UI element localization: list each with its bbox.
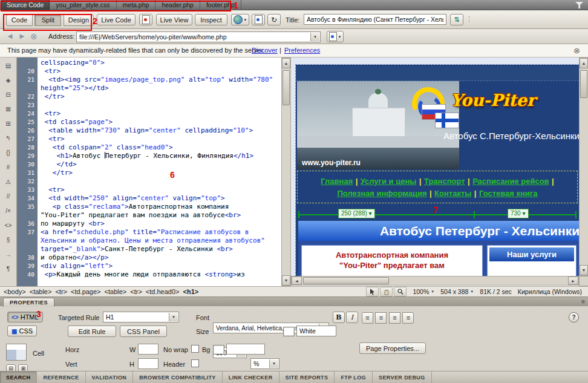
collapse-full-tag-icon[interactable]: ⊟: [2, 89, 15, 100]
results-tab-server-debug[interactable]: SERVER DEBUG: [373, 372, 432, 383]
code-line[interactable]: 37<a href="schedule.php" title="Расписан…: [17, 228, 281, 237]
recent-snippets-icon[interactable]: §: [2, 234, 15, 246]
nav-link[interactable]: Контакты: [434, 189, 471, 198]
targeted-rule-select[interactable]: H1 ▼: [103, 312, 179, 322]
css-panel-button[interactable]: CSS Panel: [120, 326, 167, 337]
scroll-left-button[interactable]: ◄: [292, 277, 302, 285]
select-parent-tag-icon[interactable]: ↰: [2, 133, 15, 144]
code-line[interactable]: 31 </tr>: [17, 169, 281, 177]
preview-in-browser-button[interactable]: ▼: [231, 14, 249, 25]
preferences-link[interactable]: Preferences: [284, 47, 320, 54]
view-options-button[interactable]: ▼: [327, 31, 344, 42]
scroll-right-button[interactable]: ►: [568, 277, 578, 285]
code-line[interactable]: 34 <td width="250" align="center" valign…: [17, 194, 281, 203]
code-line[interactable]: 26 <table width="730" align="center" cel…: [17, 126, 281, 135]
address-dropdown-arrow-icon[interactable]: ▼: [310, 33, 319, 41]
file-management-button[interactable]: ⇅: [450, 14, 463, 25]
code-line[interactable]: 25 <td class="page">: [17, 118, 281, 126]
code-line[interactable]: 30 </td>: [17, 160, 281, 169]
design-view-button[interactable]: Design: [64, 15, 94, 26]
tag-selector-item[interactable]: <body>: [4, 288, 26, 295]
page-properties-button[interactable]: Page Properties...: [359, 342, 426, 354]
scroll-up-button[interactable]: ▲: [580, 58, 588, 68]
line-numbers-icon[interactable]: #: [2, 162, 15, 173]
results-tab-reference[interactable]: REFERENCE: [37, 372, 85, 383]
code-line[interactable]: Хельсинки и обратно. Цены и места отправ…: [17, 237, 281, 245]
split-view-button[interactable]: Split: [34, 15, 61, 26]
dropdown-arrow-icon[interactable]: ▼: [269, 359, 278, 368]
align-center-button[interactable]: ≡: [375, 312, 387, 324]
tag-selector-item[interactable]: <td.page>: [71, 288, 101, 295]
text-color-input[interactable]: [296, 326, 336, 336]
highlight-invalid-code-icon[interactable]: ⚠: [2, 176, 15, 188]
code-line[interactable]: 35 <p class="reclama">Автотранспортная к…: [17, 203, 281, 211]
cell-width-input[interactable]: [138, 344, 158, 355]
related-file-tab-header[interactable]: header.php: [155, 0, 200, 10]
no-wrap-checkbox[interactable]: [191, 345, 199, 353]
scrollbar-thumb[interactable]: [580, 70, 587, 98]
results-tab-ftp-log[interactable]: FTP LOG: [335, 372, 373, 383]
header-checkbox[interactable]: [191, 359, 199, 367]
apply-comment-icon[interactable]: //: [2, 191, 15, 202]
code-navigator-icon[interactable]: ◈: [2, 74, 15, 86]
nav-link[interactable]: Транспорт: [424, 177, 465, 186]
code-line[interactable]: 23: [17, 101, 281, 110]
code-view-button[interactable]: Code: [6, 15, 33, 26]
code-line[interactable]: 27 <tr>: [17, 135, 281, 143]
design-view[interactable]: www.you-piter.ru You-Piter Автобус С.Пет…: [291, 57, 579, 276]
nav-link[interactable]: Гостевая книга: [479, 189, 538, 198]
code-line[interactable]: 36по маршруту <br>: [17, 220, 281, 228]
remove-comment-icon[interactable]: /×: [2, 205, 15, 217]
scroll-down-button[interactable]: ▼: [282, 275, 290, 286]
collapse-selection-icon[interactable]: ⊠: [2, 103, 15, 115]
column-width-menu[interactable]: 250 (288) ▾: [338, 209, 375, 218]
tag-selector-item[interactable]: <tr>: [130, 288, 142, 295]
forward-button[interactable]: ►: [18, 31, 26, 41]
discover-link[interactable]: Discover: [252, 47, 278, 54]
nav-link[interactable]: Расписание рейсов: [472, 177, 549, 186]
close-info-bar-button[interactable]: ⊗: [573, 46, 580, 55]
inspect-button[interactable]: Inspect: [195, 14, 227, 25]
css-mode-button[interactable]: ▦ CSS: [7, 326, 37, 336]
align-right-button[interactable]: ≡: [389, 312, 400, 324]
source-code-tab[interactable]: Source Code: [1, 0, 50, 10]
results-tab-site-reports[interactable]: SITE REPORTS: [279, 372, 335, 383]
size-unit-select[interactable]: % ▼: [250, 358, 279, 369]
select-tool-button[interactable]: [366, 287, 379, 296]
bg-color-swatch[interactable]: [213, 345, 224, 355]
wrap-tag-icon[interactable]: <>: [2, 220, 15, 231]
scrollbar-track[interactable]: [282, 68, 290, 275]
nav-link[interactable]: Полезная информация: [338, 189, 427, 198]
format-source-code-icon[interactable]: ¶: [2, 263, 15, 275]
address-input[interactable]: file:///E|/WebServers/home/you-piter/www…: [76, 31, 321, 42]
results-tab-browser-compatibility[interactable]: BROWSER COMPATIBILITY: [133, 372, 223, 383]
scrollbar-thumb[interactable]: [303, 277, 389, 284]
tag-selector-item[interactable]: <td.head0>: [146, 288, 180, 295]
edit-rule-button[interactable]: Edit Rule: [68, 326, 116, 337]
tag-selector-item[interactable]: <table>: [30, 288, 52, 295]
code-line[interactable]: 39<div align="left">: [17, 262, 281, 270]
code-line[interactable]: 32: [17, 177, 281, 186]
back-button[interactable]: ◄: [6, 31, 14, 41]
stop-button[interactable]: ⊗: [30, 31, 38, 41]
code-line[interactable]: 21 <td><img src="images/page_top.png" al…: [17, 76, 281, 84]
align-left-button[interactable]: ≡: [362, 312, 373, 324]
dropdown-arrow-icon[interactable]: ▼: [169, 313, 178, 321]
refresh-design-view-button[interactable]: ↻: [267, 14, 281, 25]
help-button[interactable]: ?: [569, 312, 579, 322]
tag-selector-item[interactable]: <table>: [105, 288, 127, 295]
align-justify-button[interactable]: ≡: [402, 312, 414, 324]
tag-selector-item-current[interactable]: <h1>: [183, 288, 199, 295]
code-line[interactable]: 22 </tr>: [17, 93, 281, 101]
code-line[interactable]: target="_blank">Санкт-Петербург - Хельси…: [17, 245, 281, 254]
results-tab-link-checker[interactable]: LINK CHECKER: [223, 372, 279, 383]
balance-braces-icon[interactable]: {}: [2, 147, 15, 159]
results-tab-validation[interactable]: VALIDATION: [86, 372, 134, 383]
scrollbar-track[interactable]: [302, 277, 568, 285]
nav-link[interactable]: Услуги и цены: [361, 177, 417, 186]
live-view-button[interactable]: Live View: [156, 14, 192, 25]
validate-markup-icon-button[interactable]: [139, 14, 152, 25]
zoom-level-select[interactable]: 100%▼: [413, 288, 434, 295]
tag-selector-item[interactable]: <tr>: [55, 288, 67, 295]
design-horizontal-scrollbar[interactable]: ◄ ►: [291, 276, 579, 286]
